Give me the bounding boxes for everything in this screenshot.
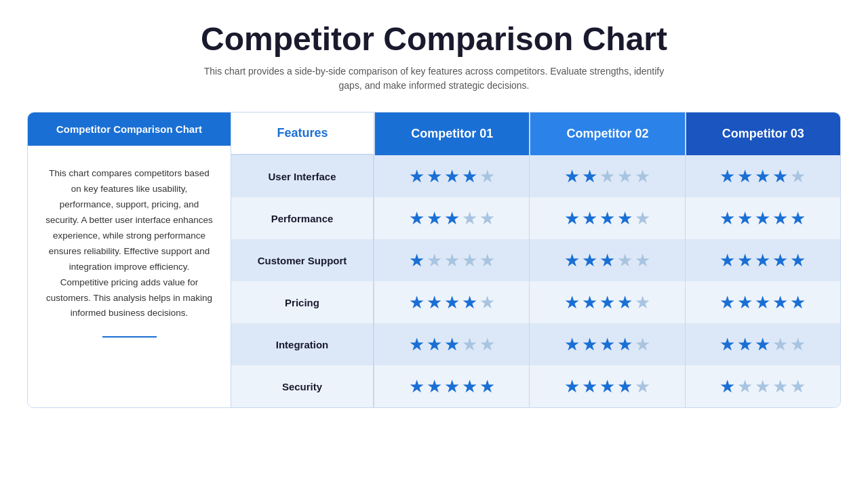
feature-label: Pricing	[231, 281, 374, 323]
filled-star-icon: ★	[737, 336, 753, 353]
filled-star-icon: ★	[755, 251, 770, 269]
filled-star-icon: ★	[790, 209, 806, 227]
empty-star-icon: ★	[617, 167, 633, 185]
filled-star-icon: ★	[719, 293, 735, 311]
empty-star-icon: ★	[617, 251, 633, 269]
empty-star-icon: ★	[635, 378, 650, 395]
empty-star-icon: ★	[635, 167, 650, 185]
filled-star-icon: ★	[409, 378, 425, 395]
filled-star-icon: ★	[444, 293, 460, 311]
filled-star-icon: ★	[719, 378, 735, 395]
table-row: User Interface★★★★★★★★★★★★★★★	[231, 155, 840, 197]
filled-star-icon: ★	[755, 167, 770, 185]
filled-star-icon: ★	[737, 251, 753, 269]
filled-star-icon: ★	[719, 251, 735, 269]
empty-star-icon: ★	[790, 378, 806, 395]
feature-label: Security	[231, 365, 374, 407]
filled-star-icon: ★	[444, 167, 460, 185]
filled-star-icon: ★	[755, 336, 770, 353]
filled-star-icon: ★	[772, 167, 788, 185]
filled-star-icon: ★	[564, 378, 580, 395]
filled-star-icon: ★	[772, 293, 788, 311]
feature-label: User Interface	[231, 155, 374, 197]
stars-c3-row4: ★★★★★	[685, 323, 840, 365]
table-area: Features Competitor 01 Competitor 02 Com…	[231, 113, 840, 407]
stars-c2-row1: ★★★★★	[529, 197, 684, 239]
filled-star-icon: ★	[617, 336, 633, 353]
filled-star-icon: ★	[719, 209, 735, 227]
empty-star-icon: ★	[772, 378, 788, 395]
filled-star-icon: ★	[409, 336, 425, 353]
filled-star-icon: ★	[444, 378, 460, 395]
filled-star-icon: ★	[737, 167, 753, 185]
empty-star-icon: ★	[462, 336, 477, 353]
filled-star-icon: ★	[599, 251, 615, 269]
filled-star-icon: ★	[564, 209, 580, 227]
feature-label: Customer Support	[231, 239, 374, 281]
empty-star-icon: ★	[737, 378, 753, 395]
page-subtitle: This chart provides a side-by-side compa…	[197, 64, 671, 93]
filled-star-icon: ★	[409, 209, 425, 227]
filled-star-icon: ★	[444, 336, 460, 353]
empty-star-icon: ★	[790, 167, 806, 185]
sidebar-description: This chart compares competitors based on…	[44, 166, 214, 321]
empty-star-icon: ★	[635, 209, 650, 227]
filled-star-icon: ★	[755, 209, 770, 227]
filled-star-icon: ★	[582, 293, 597, 311]
stars-c1-row5: ★★★★★	[374, 365, 529, 407]
filled-star-icon: ★	[462, 167, 477, 185]
filled-star-icon: ★	[564, 167, 580, 185]
filled-star-icon: ★	[427, 209, 442, 227]
empty-star-icon: ★	[427, 251, 442, 269]
filled-star-icon: ★	[599, 378, 615, 395]
filled-star-icon: ★	[462, 293, 477, 311]
filled-star-icon: ★	[427, 378, 442, 395]
stars-c2-row4: ★★★★★	[529, 323, 684, 365]
empty-star-icon: ★	[479, 251, 495, 269]
sidebar-divider	[102, 336, 157, 338]
filled-star-icon: ★	[409, 251, 425, 269]
filled-star-icon: ★	[599, 293, 615, 311]
empty-star-icon: ★	[772, 336, 788, 353]
table-row: Pricing★★★★★★★★★★★★★★★	[231, 281, 840, 323]
empty-star-icon: ★	[462, 209, 477, 227]
sidebar-body: This chart compares competitors based on…	[28, 146, 231, 394]
empty-star-icon: ★	[755, 378, 770, 395]
filled-star-icon: ★	[719, 336, 735, 353]
filled-star-icon: ★	[719, 167, 735, 185]
stars-c3-row1: ★★★★★	[685, 197, 840, 239]
filled-star-icon: ★	[790, 251, 806, 269]
filled-star-icon: ★	[582, 209, 597, 227]
filled-star-icon: ★	[427, 336, 442, 353]
filled-star-icon: ★	[444, 209, 460, 227]
filled-star-icon: ★	[599, 209, 615, 227]
filled-star-icon: ★	[427, 293, 442, 311]
empty-star-icon: ★	[479, 167, 495, 185]
empty-star-icon: ★	[444, 251, 460, 269]
stars-c3-row3: ★★★★★	[685, 281, 840, 323]
filled-star-icon: ★	[427, 167, 442, 185]
filled-star-icon: ★	[772, 251, 788, 269]
filled-star-icon: ★	[564, 251, 580, 269]
filled-star-icon: ★	[737, 293, 753, 311]
empty-star-icon: ★	[599, 167, 615, 185]
empty-star-icon: ★	[479, 293, 495, 311]
filled-star-icon: ★	[582, 251, 597, 269]
table-body: User Interface★★★★★★★★★★★★★★★Performance…	[231, 155, 840, 407]
empty-star-icon: ★	[790, 336, 806, 353]
stars-c1-row2: ★★★★★	[374, 239, 529, 281]
filled-star-icon: ★	[564, 293, 580, 311]
filled-star-icon: ★	[462, 378, 477, 395]
feature-label: Integration	[231, 323, 374, 365]
filled-star-icon: ★	[790, 293, 806, 311]
stars-c2-row5: ★★★★★	[529, 365, 684, 407]
filled-star-icon: ★	[617, 378, 633, 395]
filled-star-icon: ★	[582, 378, 597, 395]
stars-c1-row0: ★★★★★	[374, 155, 529, 197]
stars-c1-row3: ★★★★★	[374, 281, 529, 323]
th-competitor-3: Competitor 03	[685, 113, 840, 155]
feature-label: Performance	[231, 197, 374, 239]
table-row: Integration★★★★★★★★★★★★★★★	[231, 323, 840, 365]
filled-star-icon: ★	[409, 293, 425, 311]
stars-c3-row0: ★★★★★	[685, 155, 840, 197]
